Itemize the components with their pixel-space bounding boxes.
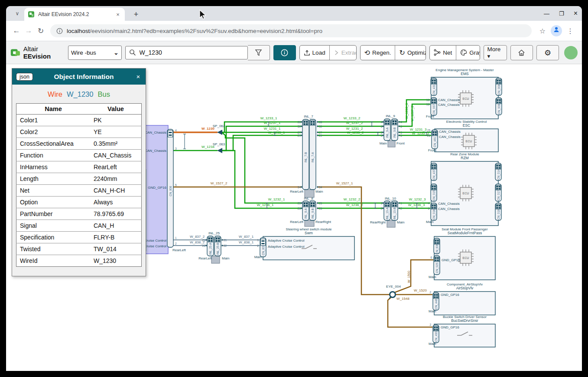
wire-label[interactable]: W_1232_2 [344,197,361,201]
object-info-button[interactable] [273,45,296,60]
wire-label[interactable]: W_1235_2 [347,131,364,134]
table-row[interactable]: OptionAlways [16,197,142,208]
svg-text:CAN_Chassis: CAN_Chassis [145,131,166,134]
wire-label[interactable]: W_1233_2 [344,116,361,120]
svg-text:4: 4 [175,129,177,132]
wire-label[interactable]: W_1527_2 [211,181,227,185]
window-maximize-icon[interactable]: ❐ [559,10,564,17]
svg-text:Front: Front [396,141,405,145]
wire-label[interactable]: W_1235_1 [268,131,285,134]
optimize-label: Optimize [407,49,426,56]
wire-label[interactable]: W_1231_1 [264,127,281,131]
profile-avatar[interactable] [551,25,562,36]
search-box[interactable] [125,46,248,59]
object-information-panel[interactable]: json Object Information × WireW_1230Bus … [12,68,146,276]
wire-label[interactable]: W_1237_1 [264,121,281,125]
tab-search-chevron-icon[interactable]: ∨ [12,9,23,19]
wire-label[interactable]: W_1500 [407,271,411,283]
splice-sp_063[interactable] [217,148,222,153]
svg-text:CAN_Chassis: CAN_Chassis [439,130,461,134]
table-row[interactable]: SignalCAN_H [16,220,142,232]
wire-label[interactable]: W_1230 [201,127,214,131]
wire[interactable] [222,122,302,132]
filter-button[interactable] [248,45,270,60]
tab-close-icon[interactable]: × [114,11,121,18]
panel-close-icon[interactable]: × [135,73,142,80]
table-row[interactable]: InHarnessRearLeft [16,161,142,173]
gray-button[interactable]: Gray [456,46,480,60]
wire-label[interactable]: W_1232_1 [268,197,285,201]
regen-button[interactable]: ⟲ Regen. [361,46,395,60]
svg-text:GND_GP16: GND_GP16 [441,325,459,329]
wire-label[interactable]: W_1520 [414,288,427,292]
table-row[interactable]: SpecificationFLRY-B [16,232,142,243]
settings-button[interactable]: ⚙ [536,45,559,60]
wire-label[interactable]: W_1548 [396,297,409,301]
home-button[interactable] [510,45,533,60]
property-name: InHarness [16,161,91,173]
wire-label[interactable]: W_1231_3 [410,128,427,131]
svg-text:54: 54 [319,186,322,189]
splice-sp_062[interactable] [217,130,222,135]
network-icon [434,49,441,56]
back-icon[interactable]: ← [10,26,23,35]
wire-label[interactable]: W_1233_3 [405,103,409,119]
wire-label[interactable]: W_1236_3 [408,203,425,207]
new-tab-button[interactable]: + [131,9,141,20]
table-row[interactable]: NetCAN_H-CH [16,185,142,197]
object-id: W_1230 [67,90,93,98]
more-button[interactable]: More ▾ [484,45,507,60]
browser-menu-icon[interactable]: ⋮ [563,27,578,35]
wire[interactable] [388,297,432,327]
table-row[interactable]: Color1PK [16,115,142,126]
wire-label[interactable]: W_1235_3 [412,131,429,135]
net-button[interactable]: Net [430,46,456,60]
address-input[interactable]: localhost/eevision/main2.html?edb=exampl… [50,24,532,37]
window-close-icon[interactable]: × [574,10,578,17]
svg-text:ECU: ECU [466,140,472,143]
wire[interactable] [399,100,430,122]
wire-label[interactable]: W_1527_1 [336,181,353,185]
json-button[interactable]: json [16,73,33,81]
diagram-canvas[interactable]: Engine Management System - MasterEMSElec… [6,64,582,371]
svg-text:CAN_Chassis: CAN_Chassis [438,98,460,102]
wire-label[interactable]: W_1231_2 [346,127,363,131]
table-row[interactable]: CrossSectionalArea0.35mm² [16,138,142,150]
svg-text:CN_025: CN_025 [435,262,439,273]
load-button[interactable]: Load [300,46,329,60]
svg-text:ECU: ECU [463,256,469,259]
wire-label[interactable]: W_1232_3 [409,197,426,201]
optimize-button[interactable]: ↻ Optimize [395,46,426,60]
wire-label[interactable]: W_1236_1 [257,203,274,207]
svg-text:6: 6 [430,256,432,259]
wire-label[interactable]: W_1237_3 [410,106,414,121]
search-input[interactable] [139,49,244,56]
wire-label[interactable]: W_837_1 [239,235,254,239]
wire-label[interactable]: W_1234 [201,145,214,149]
wire-label[interactable]: W_1236_2 [346,203,363,207]
table-row[interactable]: WireIdW_1230 [16,255,142,267]
bookmark-star-icon[interactable]: ☆ [535,27,550,35]
reload-icon[interactable]: ↻ [35,26,47,36]
table-row[interactable]: FunctionCAN_Chassis [16,150,142,161]
status-dot[interactable] [564,46,578,59]
wire-label[interactable]: W_1233_1 [260,116,277,120]
svg-text:INL_7-A: INL_7-A [311,152,315,163]
table-row[interactable]: Color2YE [16,126,142,138]
svg-text:CAN_Chassis: CAN_Chassis [438,207,460,211]
property-name: Net [16,185,91,197]
search-mode-select[interactable]: Wire -bus ⌄ [68,46,122,60]
wire-label[interactable]: W_1237_2 [346,121,363,125]
extract-button[interactable]: Extract [329,46,357,60]
info-icon [281,49,288,56]
wire-label[interactable]: W_838_1 [239,240,254,244]
table-row[interactable]: Length2240mm [16,173,142,185]
browser-tab[interactable]: Altair EEvision 2024.2 × [24,8,125,21]
wire[interactable] [222,151,302,208]
window-minimize-icon[interactable]: — [544,10,549,17]
wire-label[interactable]: W_837_2 [190,235,205,239]
table-row[interactable]: PartNumber78.9765.69 [16,208,142,220]
page-info-icon[interactable] [56,28,63,34]
forward-icon[interactable]: → [23,26,35,35]
table-row[interactable]: TwistedTW_014 [16,243,142,255]
